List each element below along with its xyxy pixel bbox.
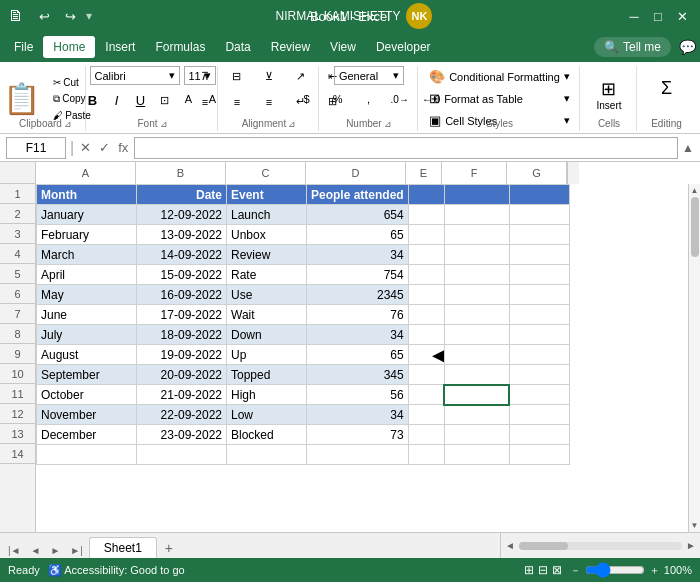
- cell-a8[interactable]: July: [37, 325, 137, 345]
- menu-formulas[interactable]: Formulas: [145, 36, 215, 58]
- cell-e11[interactable]: [408, 385, 444, 405]
- scroll-down-button[interactable]: ▼: [689, 519, 700, 532]
- cell-g4[interactable]: [509, 245, 569, 265]
- currency-button[interactable]: $: [292, 89, 322, 109]
- cell-e2[interactable]: [408, 205, 444, 225]
- cell-g8[interactable]: [509, 325, 569, 345]
- cell-e13[interactable]: [408, 425, 444, 445]
- cell-b13[interactable]: 23-09-2022: [137, 425, 227, 445]
- number-format-selector[interactable]: General▾: [334, 66, 404, 85]
- row-header-14[interactable]: 14: [0, 444, 35, 464]
- cell-g2[interactable]: [509, 205, 569, 225]
- col-header-d[interactable]: D: [306, 162, 406, 184]
- cell-g7[interactable]: [509, 305, 569, 325]
- cell-f12[interactable]: [444, 405, 509, 425]
- scrollbar-track[interactable]: [689, 197, 700, 519]
- cell-g14[interactable]: [509, 445, 569, 465]
- menu-data[interactable]: Data: [215, 36, 260, 58]
- cell-f9[interactable]: [444, 345, 509, 365]
- cell-c11[interactable]: High: [227, 385, 307, 405]
- cell-c3[interactable]: Unbox: [227, 225, 307, 245]
- h-scroll-left[interactable]: ◄: [501, 538, 519, 553]
- row-header-2[interactable]: 2: [0, 204, 35, 224]
- cell-c13[interactable]: Blocked: [227, 425, 307, 445]
- cell-b8[interactable]: 18-09-2022: [137, 325, 227, 345]
- cell-c14[interactable]: [227, 445, 307, 465]
- border-button[interactable]: ⊡: [154, 90, 176, 111]
- zoom-out-button[interactable]: －: [570, 563, 581, 578]
- bold-button[interactable]: B: [82, 91, 104, 110]
- page-layout-button[interactable]: ⊟: [538, 563, 548, 577]
- cell-e1[interactable]: [408, 185, 444, 205]
- cell-c10[interactable]: Topped: [227, 365, 307, 385]
- formula-input[interactable]: [134, 137, 678, 159]
- cell-f2[interactable]: [444, 205, 509, 225]
- col-header-g[interactable]: G: [507, 162, 567, 184]
- cell-a3[interactable]: February: [37, 225, 137, 245]
- menu-view[interactable]: View: [320, 36, 366, 58]
- cell-d12[interactable]: 34: [307, 405, 409, 425]
- cell-f14[interactable]: [444, 445, 509, 465]
- cell-e7[interactable]: [408, 305, 444, 325]
- cell-c4[interactable]: Review: [227, 245, 307, 265]
- confirm-formula-icon[interactable]: ✓: [97, 138, 112, 157]
- cell-g9[interactable]: [509, 345, 569, 365]
- cell-a4[interactable]: March: [37, 245, 137, 265]
- cell-f8[interactable]: [444, 325, 509, 345]
- row-header-13[interactable]: 13: [0, 424, 35, 444]
- cell-b9[interactable]: 19-09-2022: [137, 345, 227, 365]
- cell-d1[interactable]: People attended: [307, 185, 409, 205]
- sheet-tab-sheet1[interactable]: Sheet1: [89, 537, 157, 558]
- cell-b1[interactable]: Date: [137, 185, 227, 205]
- cell-f5[interactable]: [444, 265, 509, 285]
- add-sheet-button[interactable]: +: [159, 538, 179, 558]
- cell-g3[interactable]: [509, 225, 569, 245]
- cell-d4[interactable]: 34: [307, 245, 409, 265]
- cell-f6[interactable]: [444, 285, 509, 305]
- cell-b12[interactable]: 22-09-2022: [137, 405, 227, 425]
- menu-developer[interactable]: Developer: [366, 36, 441, 58]
- row-header-1[interactable]: 1: [0, 184, 35, 204]
- cell-a13[interactable]: December: [37, 425, 137, 445]
- h-scroll-right[interactable]: ►: [682, 538, 700, 553]
- format-as-table-button[interactable]: ⊞ Format as Table ▾: [422, 88, 577, 109]
- cell-a12[interactable]: November: [37, 405, 137, 425]
- cell-a7[interactable]: June: [37, 305, 137, 325]
- paste-button[interactable]: 📋: [0, 78, 47, 119]
- cell-b4[interactable]: 14-09-2022: [137, 245, 227, 265]
- row-header-9[interactable]: 9: [0, 344, 35, 364]
- increase-decimal-button[interactable]: .0→: [385, 89, 415, 109]
- cell-e14[interactable]: [408, 445, 444, 465]
- share-icon[interactable]: 💬: [679, 39, 696, 55]
- window-controls[interactable]: ─ □ ✕: [624, 6, 692, 26]
- cell-d7[interactable]: 76: [307, 305, 409, 325]
- cell-e12[interactable]: [408, 405, 444, 425]
- cell-d2[interactable]: 654: [307, 205, 409, 225]
- cell-f10[interactable]: [444, 365, 509, 385]
- cell-reference-box[interactable]: [6, 137, 66, 159]
- cell-d14[interactable]: [307, 445, 409, 465]
- cell-c9[interactable]: Up: [227, 345, 307, 365]
- col-header-c[interactable]: C: [226, 162, 306, 184]
- row-header-3[interactable]: 3: [0, 224, 35, 244]
- cell-d6[interactable]: 2345: [307, 285, 409, 305]
- comma-button[interactable]: ,: [354, 89, 384, 109]
- cell-a10[interactable]: September: [37, 365, 137, 385]
- align-center-button[interactable]: ≡: [222, 91, 252, 112]
- h-scroll-track[interactable]: [519, 542, 682, 550]
- cell-a11[interactable]: October: [37, 385, 137, 405]
- cell-g13[interactable]: [509, 425, 569, 445]
- cell-d9[interactable]: 65: [307, 345, 409, 365]
- align-right-button[interactable]: ≡: [254, 91, 284, 112]
- cell-b5[interactable]: 15-09-2022: [137, 265, 227, 285]
- row-header-5[interactable]: 5: [0, 264, 35, 284]
- tab-nav-next[interactable]: ►: [46, 543, 64, 558]
- normal-view-button[interactable]: ⊞: [524, 563, 534, 577]
- cell-a5[interactable]: April: [37, 265, 137, 285]
- cancel-formula-icon[interactable]: ✕: [78, 138, 93, 157]
- cell-c1[interactable]: Event: [227, 185, 307, 205]
- undo-button[interactable]: ↩: [34, 6, 54, 26]
- function-icon[interactable]: fx: [116, 138, 130, 157]
- cell-b2[interactable]: 12-09-2022: [137, 205, 227, 225]
- align-middle-button[interactable]: ⊟: [222, 66, 252, 87]
